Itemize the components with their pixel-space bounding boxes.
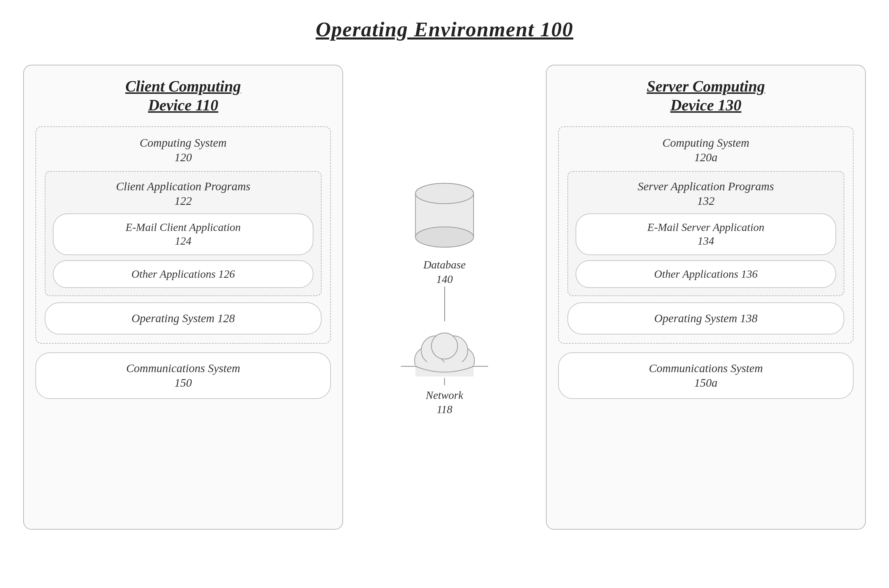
- client-other-apps-box: Other Applications 126: [53, 260, 313, 288]
- client-device-box: Client ComputingDevice 110 Computing Sys…: [23, 65, 343, 530]
- server-other-apps-box: Other Applications 136: [576, 260, 836, 288]
- server-computing-system-label: Computing System120a: [567, 136, 844, 165]
- database-container: Database140: [412, 177, 477, 286]
- client-os-label: Operating System 128: [54, 311, 312, 326]
- svg-point-4: [415, 227, 474, 247]
- database-label: Database140: [423, 258, 466, 286]
- client-email-app-label: E-Mail Client Application124: [62, 220, 304, 248]
- server-app-programs-box: Server Application Programs132 E-Mail Se…: [567, 171, 844, 296]
- client-app-programs-label: Client Application Programs122: [53, 179, 313, 208]
- server-comms-box: Communications System150a: [558, 352, 853, 399]
- svg-point-5: [415, 183, 474, 204]
- client-comms-box: Communications System150: [36, 352, 331, 399]
- server-email-app-label: E-Mail Server Application134: [585, 220, 827, 248]
- client-comms-label: Communications System150: [45, 361, 322, 390]
- server-device-box: Server ComputingDevice 130 Computing Sys…: [546, 65, 866, 530]
- client-email-app-box: E-Mail Client Application124: [53, 213, 313, 255]
- client-computing-system-box: Computing System120 Client Application P…: [36, 126, 331, 344]
- server-email-app-box: E-Mail Server Application134: [576, 213, 836, 255]
- database-icon: [412, 177, 477, 253]
- svg-point-11: [432, 333, 457, 359]
- server-device-title: Server ComputingDevice 130: [558, 77, 853, 115]
- middle-section: Database140: [372, 65, 517, 530]
- network-cloud-icon: [401, 321, 488, 385]
- client-os-box: Operating System 128: [45, 302, 322, 334]
- diagram-area: Client ComputingDevice 110 Computing Sys…: [23, 65, 866, 530]
- server-computing-system-box: Computing System120a Server Application …: [558, 126, 853, 344]
- client-other-apps-label: Other Applications 126: [62, 267, 304, 281]
- client-device-title: Client ComputingDevice 110: [36, 77, 331, 115]
- server-comms-label: Communications System150a: [567, 361, 844, 390]
- network-label: Network118: [426, 388, 463, 417]
- db-to-network-line: [444, 286, 445, 321]
- page-title: Operating Environment 100: [316, 17, 573, 42]
- server-os-box: Operating System 138: [567, 302, 844, 334]
- server-app-programs-label: Server Application Programs132: [576, 179, 836, 208]
- client-app-programs-box: Client Application Programs122 E-Mail Cl…: [45, 171, 322, 296]
- network-container: Network118: [401, 321, 488, 417]
- server-other-apps-label: Other Applications 136: [585, 267, 827, 281]
- server-os-label: Operating System 138: [577, 311, 835, 326]
- client-computing-system-label: Computing System120: [45, 136, 322, 165]
